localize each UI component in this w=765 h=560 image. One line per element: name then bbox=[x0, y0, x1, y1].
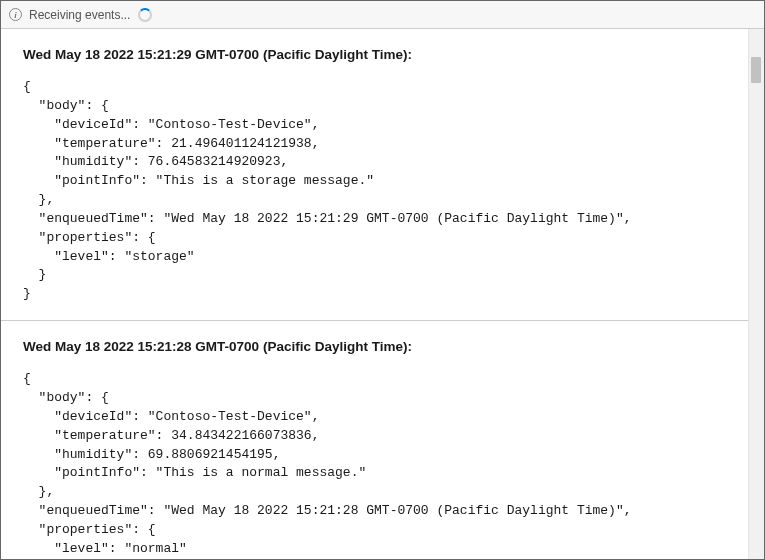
event-block: Wed May 18 2022 15:21:29 GMT-0700 (Pacif… bbox=[1, 29, 748, 320]
scrollbar-track[interactable] bbox=[748, 29, 764, 559]
info-icon: i bbox=[9, 8, 22, 21]
event-json-body: { "body": { "deviceId": "Contoso-Test-De… bbox=[23, 78, 726, 304]
event-json-body: { "body": { "deviceId": "Contoso-Test-De… bbox=[23, 370, 726, 559]
spinner-icon bbox=[138, 8, 152, 22]
events-container: Wed May 18 2022 15:21:29 GMT-0700 (Pacif… bbox=[1, 29, 748, 559]
event-block: Wed May 18 2022 15:21:28 GMT-0700 (Pacif… bbox=[1, 320, 748, 559]
event-timestamp-header: Wed May 18 2022 15:21:28 GMT-0700 (Pacif… bbox=[23, 339, 726, 354]
scrollbar-thumb[interactable] bbox=[751, 57, 761, 83]
status-message: Receiving events... bbox=[29, 8, 130, 22]
event-timestamp-header: Wed May 18 2022 15:21:29 GMT-0700 (Pacif… bbox=[23, 47, 726, 62]
status-bar: i Receiving events... bbox=[1, 1, 764, 29]
content-wrapper: Wed May 18 2022 15:21:29 GMT-0700 (Pacif… bbox=[1, 29, 764, 559]
